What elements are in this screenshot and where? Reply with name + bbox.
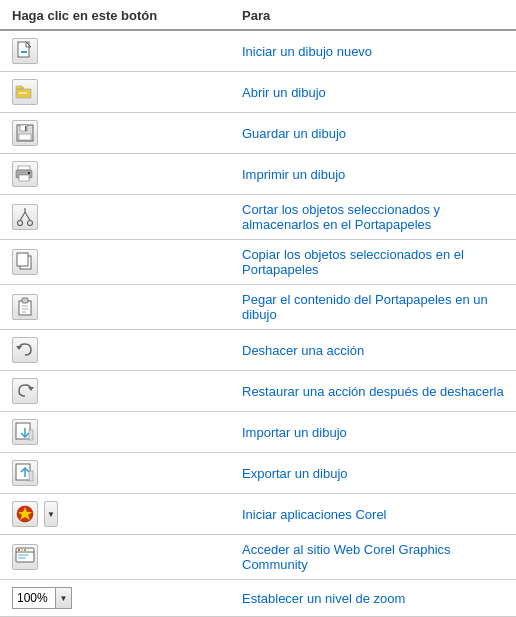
icon-cell	[0, 453, 230, 494]
table-row: Importar un dibujo	[0, 412, 516, 453]
description-cell: Imprimir un dibujo	[230, 154, 516, 195]
cut-icon[interactable]	[12, 204, 38, 230]
icon-cell	[0, 535, 230, 580]
svg-rect-10	[19, 134, 31, 140]
description-cell: Deshacer una acción	[230, 330, 516, 371]
table-row: Copiar los objetos seleccionados en el P…	[0, 240, 516, 285]
description-cell: Exportar un dibujo	[230, 453, 516, 494]
paste-icon[interactable]	[12, 294, 38, 320]
description-cell: Importar un dibujo	[230, 412, 516, 453]
new-icon[interactable]	[12, 38, 38, 64]
table-row: Restaurar una acción después de deshacer…	[0, 371, 516, 412]
svg-rect-27	[16, 423, 30, 439]
zoom-dropdown-arrow[interactable]: ▼	[56, 587, 72, 609]
description-cell: Acceder al sitio Web Corel Graphics Comm…	[230, 535, 516, 580]
corel-launch-icon[interactable]	[12, 501, 38, 527]
web-icon[interactable]	[12, 544, 38, 570]
description-cell: Pegar el contenido del Portapapeles en u…	[230, 285, 516, 330]
table-row: Iniciar un dibujo nuevo	[0, 30, 516, 72]
description-cell: Cortar los objetos seleccionados y almac…	[230, 195, 516, 240]
action-description: Cortar los objetos seleccionados y almac…	[242, 202, 440, 232]
table-row: Acceder al sitio Web Corel Graphics Comm…	[0, 535, 516, 580]
action-description: Iniciar un dibujo nuevo	[242, 44, 372, 59]
svg-line-17	[20, 212, 25, 221]
action-description: Imprimir un dibujo	[242, 167, 345, 182]
icon-cell	[0, 113, 230, 154]
action-description: Exportar un dibujo	[242, 466, 348, 481]
undo-icon[interactable]	[12, 337, 38, 363]
action-description: Pegar el contenido del Portapapeles en u…	[242, 292, 488, 322]
icon-cell	[0, 72, 230, 113]
table-row: Exportar un dibujo	[0, 453, 516, 494]
col-header-button: Haga clic en este botón	[0, 0, 230, 30]
action-description: Acceder al sitio Web Corel Graphics Comm…	[242, 542, 451, 572]
table-row: Guardar un dibujo	[0, 113, 516, 154]
table-row: Imprimir un dibujo	[0, 154, 516, 195]
zoom-input[interactable]	[12, 587, 56, 609]
svg-rect-2	[21, 51, 27, 53]
action-description: Abrir un dibujo	[242, 85, 326, 100]
table-row: Cortar los objetos seleccionados y almac…	[0, 195, 516, 240]
table-row: Abrir un dibujo	[0, 72, 516, 113]
svg-rect-29	[29, 430, 33, 440]
col-header-action: Para	[230, 0, 516, 30]
svg-point-16	[28, 221, 33, 226]
shortcuts-table: Haga clic en este botón Para Iniciar un …	[0, 0, 516, 617]
action-description: Restaurar una acción después de deshacer…	[242, 384, 504, 399]
icon-cell[interactable]: ▼	[0, 580, 230, 617]
icon-cell	[0, 330, 230, 371]
icon-cell	[0, 412, 230, 453]
save-icon[interactable]	[12, 120, 38, 146]
icon-cell	[0, 30, 230, 72]
svg-line-18	[25, 212, 30, 221]
action-description: Establecer un nivel de zoom	[242, 591, 405, 606]
icon-cell[interactable]: ▼	[0, 494, 230, 535]
action-description: Importar un dibujo	[242, 425, 347, 440]
action-description: Deshacer una acción	[242, 343, 364, 358]
action-description: Iniciar aplicaciones Corel	[242, 507, 387, 522]
svg-point-15	[18, 221, 23, 226]
svg-point-36	[18, 549, 20, 551]
svg-rect-32	[29, 471, 33, 481]
copy-icon[interactable]	[12, 249, 38, 275]
description-cell: Guardar un dibujo	[230, 113, 516, 154]
svg-rect-11	[18, 166, 30, 170]
svg-rect-14	[28, 172, 30, 174]
svg-rect-0	[18, 42, 29, 57]
svg-rect-9	[25, 126, 27, 131]
export-icon[interactable]	[12, 460, 38, 486]
description-cell: Copiar los objetos seleccionados en el P…	[230, 240, 516, 285]
action-description: Guardar un dibujo	[242, 126, 346, 141]
table-row: Pegar el contenido del Portapapeles en u…	[0, 285, 516, 330]
svg-point-38	[24, 549, 26, 551]
table-row: ▼Iniciar aplicaciones Corel	[0, 494, 516, 535]
zoom-control[interactable]: ▼	[12, 587, 218, 609]
icon-cell	[0, 195, 230, 240]
table-row: ▼Establecer un nivel de zoom	[0, 580, 516, 617]
import-icon[interactable]	[12, 419, 38, 445]
description-cell: Restaurar una acción después de deshacer…	[230, 371, 516, 412]
description-cell: Establecer un nivel de zoom	[230, 580, 516, 617]
icon-cell	[0, 371, 230, 412]
open-icon[interactable]	[12, 79, 38, 105]
svg-rect-30	[16, 464, 30, 480]
description-cell: Abrir un dibujo	[230, 72, 516, 113]
table-row: Deshacer una acción	[0, 330, 516, 371]
description-cell: Iniciar aplicaciones Corel	[230, 494, 516, 535]
svg-rect-21	[17, 253, 28, 266]
svg-rect-23	[22, 298, 28, 303]
svg-rect-13	[19, 175, 29, 181]
icon-cell	[0, 240, 230, 285]
action-description: Copiar los objetos seleccionados en el P…	[242, 247, 464, 277]
description-cell: Iniciar un dibujo nuevo	[230, 30, 516, 72]
redo-icon[interactable]	[12, 378, 38, 404]
icon-cell	[0, 154, 230, 195]
icon-cell	[0, 285, 230, 330]
svg-rect-5	[16, 86, 22, 89]
print-icon[interactable]	[12, 161, 38, 187]
svg-point-37	[21, 549, 23, 551]
dropdown-arrow-icon[interactable]: ▼	[44, 501, 58, 527]
